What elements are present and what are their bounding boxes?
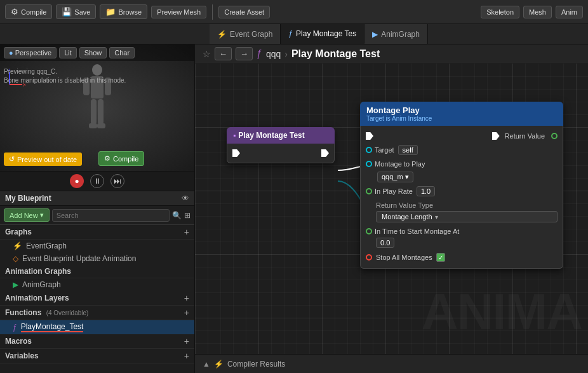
forward-button[interactable]: ⏭ [110,174,124,188]
perspective-label: Perspective [15,49,51,57]
node-play-montage-test-header: ▪ Play Montage Test [227,127,335,144]
exec-in-pin[interactable] [232,149,240,157]
preview-out-of-date-button[interactable]: ↺ Preview out of date [4,153,82,166]
montage-value-row: qqq_m ▾ [361,170,563,184]
node-montage-play[interactable]: Montage Play Target is Anim Instance Ret… [360,102,563,269]
gear-icon: ⚙ [104,154,110,163]
montage-to-play-pin[interactable] [366,161,372,167]
macros-add-button[interactable]: + [184,336,189,346]
animation-graphs-section-header[interactable]: Animation Graphs [0,265,194,278]
search-input[interactable] [52,209,170,222]
bookmark-icon[interactable]: ☆ [203,49,211,59]
target-val-text: self [403,146,413,154]
macros-section-header[interactable]: Macros + [0,334,194,349]
breadcrumb-func-name: qqq [266,49,281,59]
breadcrumb-func-icon: ƒ [257,48,262,60]
event-bp-label: Event Blueprint Update Animation [22,254,136,263]
bp-content[interactable]: Graphs + ⚡ EventGraph ◇ Event Blueprint … [0,225,194,373]
tab-anim-graph[interactable]: ▶ AnimGraph [364,24,428,44]
lit-button[interactable]: Lit [59,47,77,58]
char-button[interactable]: Char [109,47,135,58]
forward-nav-button[interactable]: → [236,47,253,60]
tab-play-montage-tes[interactable]: ƒ Play Montage Tes [281,24,364,44]
play-montage-tes-tab-label: Play Montage Tes [296,29,356,38]
preview-mesh-button[interactable]: Preview Mesh [151,6,206,18]
anim-button[interactable]: Anim [556,6,583,18]
perspective-button[interactable]: ● Perspective [4,47,57,58]
previewing-text: Previewing qqq_C. [4,67,126,76]
in-time-pin[interactable] [366,228,372,234]
search-icon[interactable]: 🔍 [172,211,182,220]
graph-canvas[interactable]: ANIMA ▪ Play Montage Test [195,64,588,354]
browse-button[interactable]: 📁 Browse [100,4,147,19]
sidebar-item-play-montage-test[interactable]: ƒ PlayMontage_Test [0,320,194,334]
in-play-rate-row: In Play Rate 1.0 [361,184,563,199]
create-asset-button[interactable]: Create Asset [218,6,270,18]
stop-all-label: Stop All Montages [376,254,432,261]
skeleton-button[interactable]: Skeleton [481,6,519,18]
return-value-pin[interactable] [551,133,558,139]
in-play-rate-value[interactable]: 1.0 [417,186,435,196]
tab-event-graph[interactable]: ⚡ Event Graph [210,24,281,44]
stop-all-pin[interactable] [366,254,372,261]
mesh-button[interactable]: Mesh [523,6,552,18]
variables-section-header[interactable]: Variables + [0,349,194,363]
add-new-button[interactable]: Add New ▾ [4,208,50,222]
montage-exec-out[interactable] [492,132,500,140]
variables-add-button[interactable]: + [184,351,189,361]
return-value-type-dropdown[interactable]: Montage Length ▾ [376,211,558,222]
node-montage-play-body: Return Value Target self [360,126,563,269]
functions-add-button[interactable]: + [184,308,189,318]
compile-viewport-button[interactable]: ⚙ Compile [98,151,144,166]
anim-graph-icon: ▶ [372,30,378,39]
target-value: self [398,145,418,155]
graphs-section-header[interactable]: Graphs + [0,225,194,240]
pause-button[interactable]: ⏸ [90,174,104,188]
preview-info: Previewing qqq_C. Bone manipulation is d… [4,67,126,85]
animation-graphs-label: Animation Graphs [5,267,71,276]
char-label: Char [114,49,130,57]
exec-out-pin[interactable] [321,149,329,157]
functions-label: Functions [5,308,41,317]
mesh-label: Mesh [529,8,546,16]
svg-rect-11 [97,123,105,128]
show-button[interactable]: Show [79,47,107,58]
stop-all-checkbox[interactable]: ✓ [436,253,445,262]
node-play-montage-test[interactable]: ▪ Play Montage Test [227,127,335,163]
dropdown-icon: ▾ [40,211,44,219]
node-montage-play-title: Montage Play [366,105,557,115]
montage-value-box: qqq_m ▾ [377,172,413,182]
my-blueprint-title: My Blueprint [5,194,51,203]
filter-icon[interactable]: ⊞ [184,211,190,220]
in-time-value-box[interactable]: 0.0 [376,238,394,248]
montage-exec-in[interactable] [366,132,373,140]
save-label: Save [74,8,90,16]
back-button[interactable]: ← [215,47,232,60]
save-button[interactable]: 💾 Save [56,4,96,19]
my-blueprint-header: My Blueprint 👁 [0,191,194,206]
montage-dropdown-arrow[interactable]: ▾ [405,173,409,180]
record-button[interactable]: ● [70,174,84,188]
compile-vp-label: Compile [113,155,138,163]
compile-button[interactable]: ⚙ Compile [5,4,52,19]
eye-button[interactable]: 👁 [182,194,189,203]
in-time-label: In Time to Start Montage At [375,227,459,235]
preview-icon: ↺ [9,155,15,163]
fold-icon[interactable]: ▲ [203,360,210,369]
func-tab-icon: ƒ [288,29,293,38]
sidebar-item-event-bp-update[interactable]: ◇ Event Blueprint Update Animation [0,252,194,265]
target-pin[interactable] [366,147,372,153]
animation-layers-section-header[interactable]: Animation Layers + [0,291,194,306]
event-graph-icon: ⚡ [217,30,227,39]
sidebar-item-eventgraph[interactable]: ⚡ EventGraph [0,240,194,252]
graphs-add-button[interactable]: + [184,227,189,237]
functions-section-header[interactable]: Functions (4 Overridable) + [0,306,194,320]
animation-layers-add-button[interactable]: + [184,293,189,303]
return-value-type-row: Return Value Type Montage Length ▾ [361,199,563,225]
in-play-rate-pin[interactable] [366,188,372,194]
sidebar-item-animgraph[interactable]: ▶ AnimGraph [0,278,194,291]
compiler-results-bar: ▲ ⚡ Compiler Results [195,354,588,373]
search-bar: Add New ▾ 🔍 ⊞ [0,206,194,225]
node-play-montage-test-title: Play Montage Test [238,131,304,140]
eventgraph-label: EventGraph [26,241,67,250]
